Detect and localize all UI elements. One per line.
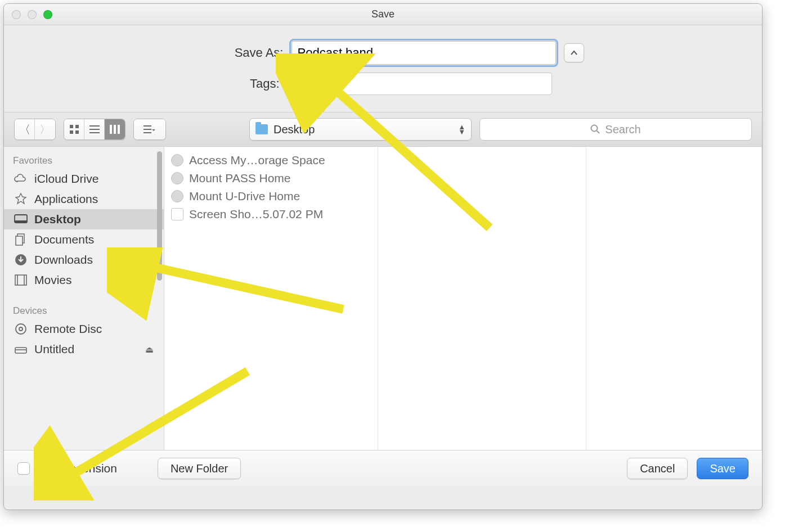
svg-point-13: [591, 125, 598, 132]
file-label: Mount U-Drive Home: [189, 190, 300, 203]
cloud-icon: [14, 173, 28, 185]
sidebar-item-label: Applications: [34, 192, 98, 206]
titlebar: Save: [4, 4, 762, 25]
svg-rect-20: [15, 275, 26, 285]
svg-rect-25: [15, 348, 26, 353]
downloads-icon: [14, 254, 28, 266]
view-switcher: [64, 119, 125, 140]
group-icon: [144, 125, 156, 134]
svg-point-23: [16, 324, 26, 334]
chevron-up-icon: [570, 50, 578, 56]
forward-button[interactable]: 〉: [35, 119, 55, 139]
header-form: Save As: Tags:: [4, 25, 762, 112]
sidebar-item-remote-disc[interactable]: Remote Disc: [4, 319, 164, 339]
disc-icon: [14, 323, 28, 335]
file-label: Mount PASS Home: [189, 172, 291, 185]
svg-rect-4: [89, 125, 100, 127]
sidebar-item-icloud-drive[interactable]: iCloud Drive: [4, 169, 164, 189]
svg-line-14: [597, 131, 600, 134]
view-columns-button[interactable]: [105, 119, 125, 139]
grid-icon: [69, 124, 79, 134]
sidebar-item-desktop[interactable]: Desktop: [4, 209, 164, 229]
cancel-button[interactable]: Cancel: [627, 458, 688, 479]
search-icon: [590, 124, 600, 134]
cancel-label: Cancel: [640, 462, 675, 475]
toolbar: 〈 〉 Desktop ▲▼ Search: [4, 112, 762, 147]
window-title: Save: [4, 8, 762, 20]
chevron-right-icon: 〉: [39, 122, 51, 137]
file-row[interactable]: Screen Sho…5.07.02 PM: [170, 205, 372, 223]
sidebar-item-movies[interactable]: Movies: [4, 270, 164, 290]
file-column-2[interactable]: [378, 147, 586, 450]
file-columns: Access My…orage Space Mount PASS Home Mo…: [164, 147, 762, 450]
svg-rect-6: [89, 132, 100, 133]
svg-rect-9: [118, 125, 120, 134]
sidebar-item-untitled[interactable]: Untitled ⏏: [4, 339, 164, 359]
desktop-icon: [14, 213, 28, 226]
tags-input[interactable]: [288, 73, 552, 95]
svg-rect-8: [114, 125, 116, 134]
save-dialog: Save Save As: Tags: 〈 〉: [3, 3, 763, 510]
group-by-button-wrap: [133, 119, 166, 140]
sidebar-favorites-header: Favorites: [4, 150, 164, 169]
save-label: Save: [710, 462, 736, 475]
svg-rect-0: [70, 125, 73, 128]
sidebar-item-label: Remote Disc: [34, 322, 102, 336]
hide-extension-checkbox[interactable]: [17, 462, 30, 475]
expand-collapse-button[interactable]: [564, 43, 584, 62]
svg-rect-11: [144, 129, 151, 130]
columns-icon: [110, 125, 120, 134]
weblink-icon: [171, 154, 183, 166]
applications-icon: [14, 193, 28, 205]
file-label: Access My…orage Space: [189, 154, 325, 167]
eject-icon[interactable]: ⏏: [145, 344, 154, 355]
view-list-button[interactable]: [84, 119, 105, 139]
file-column-3[interactable]: [586, 147, 762, 450]
weblink-icon: [171, 172, 183, 184]
updown-icon: ▲▼: [458, 124, 465, 134]
svg-rect-10: [144, 125, 151, 127]
new-folder-label: New Folder: [171, 462, 228, 475]
file-column-1[interactable]: Access My…orage Space Mount PASS Home Mo…: [164, 147, 378, 450]
svg-point-24: [19, 327, 23, 331]
sidebar-item-label: Downloads: [34, 253, 93, 267]
save-button[interactable]: Save: [697, 458, 748, 479]
view-icon-icon-button[interactable]: [64, 119, 84, 139]
svg-rect-1: [75, 125, 79, 128]
hide-extension-label: Hide extension: [39, 462, 117, 475]
sidebar-item-label: iCloud Drive: [34, 172, 98, 186]
tags-label: Tags:: [178, 76, 280, 91]
footer: Hide extension New Folder Cancel Save: [4, 450, 762, 486]
svg-rect-5: [89, 129, 100, 130]
movies-icon: [14, 274, 28, 286]
sidebar-item-documents[interactable]: Documents: [4, 229, 164, 250]
sidebar-item-label: Movies: [34, 273, 72, 287]
search-field[interactable]: Search: [479, 118, 752, 141]
sidebar-item-label: Untitled: [34, 342, 74, 356]
back-button[interactable]: 〈: [15, 119, 35, 139]
file-row[interactable]: Mount U-Drive Home: [170, 187, 372, 205]
sidebar-item-downloads[interactable]: Downloads: [4, 250, 164, 270]
sidebar-item-label: Desktop: [34, 213, 81, 226]
file-row[interactable]: Mount PASS Home: [170, 169, 372, 187]
nav-back-forward: 〈 〉: [14, 119, 56, 140]
body: Favorites iCloud Drive Applications Desk…: [4, 147, 762, 450]
file-label: Screen Sho…5.07.02 PM: [189, 208, 323, 221]
location-popup[interactable]: Desktop ▲▼: [249, 118, 472, 141]
weblink-icon: [171, 190, 183, 202]
sidebar-item-applications[interactable]: Applications: [4, 189, 164, 209]
sidebar-item-label: Documents: [34, 233, 94, 246]
list-icon: [89, 125, 100, 134]
documents-icon: [14, 233, 28, 246]
sidebar: Favorites iCloud Drive Applications Desk…: [4, 147, 164, 450]
chevron-left-icon: 〈: [19, 122, 30, 137]
group-by-button[interactable]: [134, 119, 165, 139]
svg-rect-18: [16, 236, 23, 245]
file-row[interactable]: Access My…orage Space: [170, 151, 372, 169]
location-label: Desktop: [274, 123, 452, 136]
new-folder-button[interactable]: New Folder: [158, 458, 241, 479]
sidebar-scrollbar[interactable]: [157, 151, 162, 281]
folder-icon: [255, 124, 268, 134]
svg-rect-3: [75, 130, 79, 134]
save-as-input[interactable]: [292, 41, 556, 65]
